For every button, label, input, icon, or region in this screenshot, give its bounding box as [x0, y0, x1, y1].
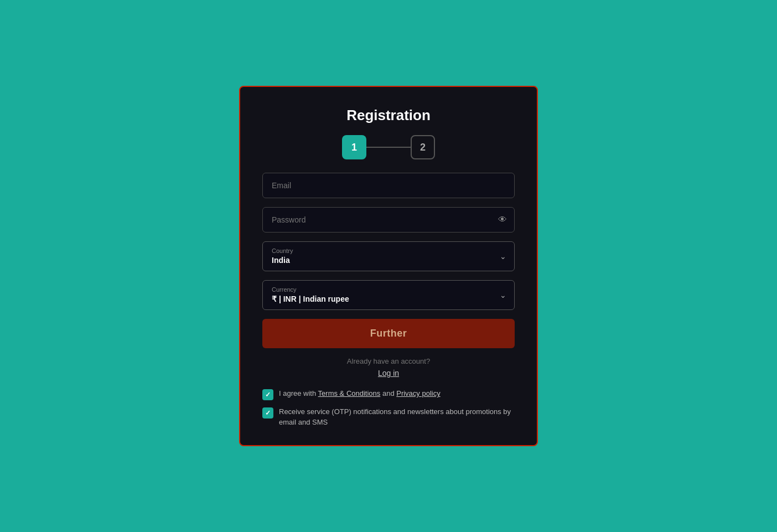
step-1: 1: [342, 135, 366, 159]
privacy-link[interactable]: Privacy policy: [396, 389, 440, 397]
chevron-down-icon: ⌄: [500, 291, 506, 299]
check-icon: ✓: [265, 409, 271, 417]
page-title: Registration: [262, 107, 515, 124]
country-select[interactable]: Country India ⌄: [262, 241, 515, 271]
further-button[interactable]: Further: [262, 319, 515, 348]
registration-form-card: Registration 1 2 👁 Country India ⌄ Curre…: [239, 86, 538, 446]
step-2: 2: [411, 135, 435, 159]
steps-indicator: 1 2: [262, 135, 515, 159]
password-wrapper: 👁: [262, 207, 515, 233]
notifications-checkbox[interactable]: ✓: [262, 407, 273, 419]
currency-value: ₹ | INR | Indian rupee: [272, 295, 349, 303]
chevron-down-icon: ⌄: [500, 252, 506, 261]
eye-icon[interactable]: 👁: [498, 215, 507, 225]
check-icon: ✓: [265, 391, 271, 399]
currency-select[interactable]: Currency ₹ | INR | Indian rupee ⌄: [262, 280, 515, 310]
notifications-text: Receive service (OTP) notifications and …: [279, 407, 515, 427]
step-line: [366, 147, 411, 148]
login-section: Already have an account? Log in: [262, 357, 515, 378]
already-account-text: Already have an account?: [262, 357, 515, 365]
country-value: India: [272, 256, 290, 265]
terms-link[interactable]: Terms & Conditions: [318, 389, 381, 397]
terms-text: I agree with Terms & Conditions and Priv…: [279, 389, 441, 399]
country-label: Country: [272, 247, 505, 254]
login-link[interactable]: Log in: [262, 369, 515, 378]
outer-wrapper: Registration 1 2 👁 Country India ⌄ Curre…: [217, 64, 560, 468]
email-input[interactable]: [262, 173, 515, 198]
password-input[interactable]: [262, 207, 515, 233]
terms-checkbox-row: ✓ I agree with Terms & Conditions and Pr…: [262, 389, 515, 400]
checkbox-section: ✓ I agree with Terms & Conditions and Pr…: [262, 389, 515, 427]
terms-checkbox[interactable]: ✓: [262, 389, 273, 400]
notifications-checkbox-row: ✓ Receive service (OTP) notifications an…: [262, 407, 515, 427]
currency-label: Currency: [272, 286, 505, 293]
